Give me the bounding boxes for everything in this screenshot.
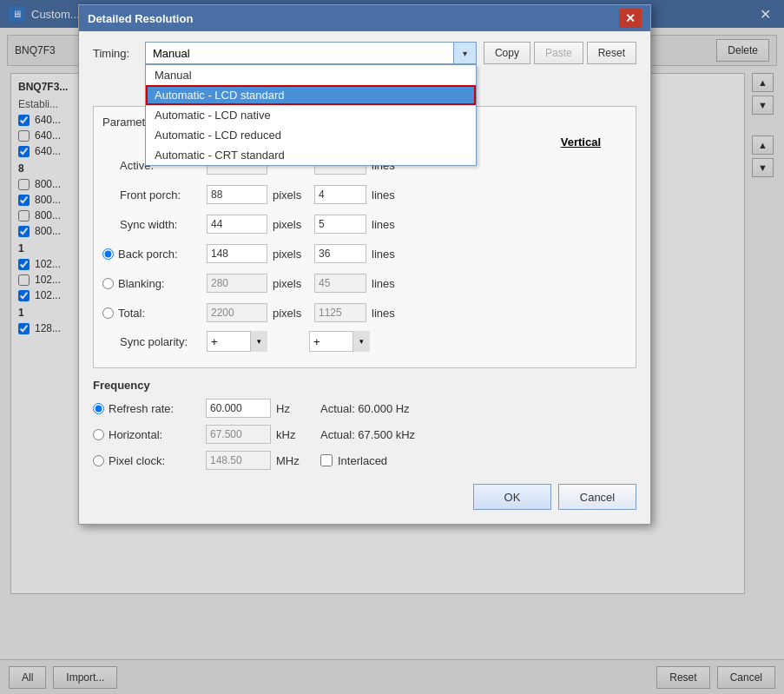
pixel-clock-label[interactable]: Pixel clock: [93,454,206,467]
timing-action-buttons: Copy Paste Reset [484,42,636,64]
blanking-h-input[interactable] [207,274,267,293]
pixel-clock-input[interactable] [206,451,271,470]
total-label[interactable]: Total: [102,307,207,320]
paste-button[interactable]: Paste [534,42,583,64]
dropdown-item-lcd-reduced[interactable]: Automatic - LCD reduced [146,125,476,145]
horizontal-freq-label[interactable]: Horizontal: [93,428,206,441]
blanking-row: Blanking: pixels lines [102,272,627,294]
interlaced-checkbox[interactable] [320,454,333,466]
detailed-resolution-dialog: Detailed Resolution ✕ Timing: Manual ▾ M… [78,4,651,525]
reset-timing-button[interactable]: Reset [587,42,636,64]
polarity-label: Sync polarity: [102,335,207,348]
modal-close-button[interactable]: ✕ [619,9,642,28]
refresh-rate-row: Refresh rate: Hz Actual: 60.000 Hz [93,399,636,418]
sync-width-row: Sync width: pixels lines [102,213,627,235]
total-h-input[interactable] [207,303,267,322]
sync-width-v-input[interactable] [314,215,366,234]
polarity-h-select[interactable]: + - [207,331,267,352]
dropdown-item-crt-standard[interactable]: Automatic - CRT standard [146,145,476,165]
timing-select-display[interactable]: Manual ▾ [145,42,477,64]
sync-width-h-input[interactable] [207,215,267,234]
horizontal-freq-row: Horizontal: kHz Actual: 67.500 kHz [93,425,636,444]
frequency-label: Frequency [93,379,636,392]
total-v-input[interactable] [314,303,366,322]
horizontal-freq-radio[interactable] [93,429,104,440]
polarity-v-select[interactable]: + - [309,331,370,352]
modal-titlebar: Detailed Resolution ✕ [79,5,650,31]
refresh-rate-radio[interactable] [93,403,104,414]
copy-button[interactable]: Copy [484,42,530,64]
timing-dropdown-list: Manual Automatic - LCD standard Automati… [145,64,477,166]
back-porch-v-input[interactable] [314,244,366,263]
back-porch-radio[interactable] [102,248,114,260]
polarity-h-select-wrap: + - ▾ [207,331,267,352]
blanking-v-input[interactable] [314,274,366,293]
front-porch-v-input[interactable] [314,185,366,204]
cancel-button[interactable]: Cancel [558,484,636,510]
pixel-clock-radio[interactable] [93,455,104,466]
total-row: Total: pixels lines [102,301,627,324]
interlaced-label: Interlaced [338,454,387,467]
timing-label: Timing: [93,47,145,60]
timing-selected-value: Manual [153,47,190,60]
back-porch-row: Back porch: pixels lines [102,242,627,265]
frequency-section: Frequency Refresh rate: Hz Actual: 60.00… [93,379,636,470]
refresh-rate-input[interactable] [206,399,271,418]
horizontal-freq-input[interactable] [206,425,271,444]
horizontal-freq-actual: Actual: 67.500 kHz [320,428,415,441]
dropdown-item-lcd-standard[interactable]: Automatic - LCD standard [146,85,476,105]
pixel-clock-row: Pixel clock: MHz Interlaced [93,451,636,470]
front-porch-row: Front porch: pixels lines [102,183,627,206]
timing-row: Timing: Manual ▾ Manual Automatic - LCD … [93,42,636,64]
polarity-row: Sync polarity: + - ▾ + - ▾ [102,331,627,352]
front-porch-h-input[interactable] [207,185,267,204]
modal-body: Timing: Manual ▾ Manual Automatic - LCD … [79,31,650,524]
timing-dropdown-arrow: ▾ [453,43,476,63]
timing-select-wrapper: Manual ▾ Manual Automatic - LCD standard… [145,42,477,64]
refresh-rate-actual: Actual: 60.000 Hz [320,402,410,415]
dropdown-item-lcd-native[interactable]: Automatic - LCD native [146,105,476,125]
modal-title: Detailed Resolution [88,12,193,25]
blanking-radio[interactable] [102,278,114,289]
ok-button[interactable]: OK [473,484,551,510]
total-radio[interactable] [102,307,114,319]
dropdown-item-manual[interactable]: Manual [146,65,476,85]
dialog-buttons: OK Cancel [93,484,636,510]
refresh-rate-label[interactable]: Refresh rate: [93,402,206,415]
vertical-label: Vertical [561,135,601,149]
front-porch-label: Front porch: [102,188,207,202]
polarity-v-select-wrap: + - ▾ [309,331,370,352]
sync-width-label: Sync width: [102,218,207,231]
interlaced-wrap: Interlaced [320,454,387,467]
blanking-label[interactable]: Blanking: [102,277,207,290]
back-porch-label[interactable]: Back porch: [102,248,207,261]
back-porch-h-input[interactable] [207,244,267,263]
